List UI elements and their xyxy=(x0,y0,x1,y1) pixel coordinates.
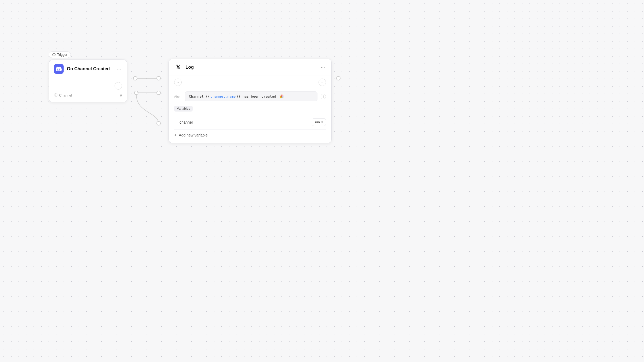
variable-row: ⠿ channel Pin ⬍ xyxy=(174,115,326,129)
add-variable-plus-icon: + xyxy=(174,133,177,138)
log-header-left: 𝕏 Log xyxy=(174,63,194,71)
log-title: Log xyxy=(185,65,194,70)
discord-svg xyxy=(56,66,62,72)
trigger-header: On Channel Created ··· xyxy=(49,60,127,78)
trigger-field-row: ⓘ Channel # xyxy=(54,93,122,98)
log-card: 𝕏 Log ··· → → Abc Channel {{ channel xyxy=(169,59,332,143)
svg-point-4 xyxy=(157,121,160,125)
pin-label: Pin xyxy=(315,120,320,124)
log-body: Abc Channel {{ channel.name }} has been … xyxy=(169,89,331,143)
trigger-label-text: Trigger xyxy=(57,53,67,57)
pin-chevron-icon: ⬍ xyxy=(321,121,323,124)
svg-point-1 xyxy=(157,76,160,80)
log-more-button[interactable]: ··· xyxy=(320,64,326,71)
trigger-field-label: Channel xyxy=(59,93,72,97)
variables-tag: Variables xyxy=(174,106,193,112)
abc-label: Abc xyxy=(174,95,182,98)
trigger-label-bar: Trigger xyxy=(49,51,71,58)
log-node: 𝕏 Log ··· → → Abc Channel {{ channel xyxy=(169,59,332,143)
trigger-field-hash: # xyxy=(120,93,122,97)
trigger-target-icon xyxy=(52,53,56,56)
trigger-output-row: → xyxy=(54,82,122,90)
trigger-card: On Channel Created ··· → ⓘ Channel # xyxy=(49,60,127,102)
svg-point-2 xyxy=(134,91,138,95)
log-arrow-out: → xyxy=(319,79,326,86)
msg-emoji: 🎉 xyxy=(279,94,284,98)
trigger-body: → ⓘ Channel # xyxy=(49,78,127,102)
log-arrow-row: → → xyxy=(169,76,331,89)
trigger-node: Trigger On Channel Created ··· → xyxy=(49,51,127,102)
svg-point-3 xyxy=(157,91,160,95)
msg-variable: channel.name xyxy=(210,94,236,98)
discord-icon xyxy=(54,64,64,74)
msg-prefix: Channel {{ xyxy=(189,94,210,98)
trigger-header-left: On Channel Created xyxy=(54,64,110,74)
trigger-arrow-out: → xyxy=(115,82,122,90)
x-logo-icon: 𝕏 xyxy=(174,63,182,71)
message-info-icon[interactable]: i xyxy=(321,94,326,99)
pin-select[interactable]: Pin ⬍ xyxy=(312,118,326,126)
variable-left: ⠿ channel xyxy=(174,120,193,124)
msg-suffix: }} has been created xyxy=(236,94,276,98)
trigger-more-button[interactable]: ··· xyxy=(116,65,122,73)
add-variable-row[interactable]: + Add new variable xyxy=(174,129,326,138)
drag-handle-icon[interactable]: ⠿ xyxy=(174,120,177,124)
log-arrow-in: → xyxy=(174,79,182,86)
trigger-field-info: ⓘ Channel xyxy=(54,93,72,98)
message-row: Abc Channel {{ channel.name }} has been … xyxy=(174,91,326,101)
svg-point-0 xyxy=(133,76,137,80)
log-header: 𝕏 Log ··· xyxy=(169,59,331,76)
add-variable-label: Add new variable xyxy=(179,133,207,137)
variables-section: Variables ⠿ channel Pin ⬍ + Add new vari… xyxy=(174,106,326,138)
trigger-title: On Channel Created xyxy=(67,66,110,72)
field-circle-icon: ⓘ xyxy=(54,93,57,98)
variable-name: channel xyxy=(180,120,193,124)
message-input[interactable]: Channel {{ channel.name }} has been crea… xyxy=(185,91,317,101)
svg-point-7 xyxy=(336,76,340,80)
